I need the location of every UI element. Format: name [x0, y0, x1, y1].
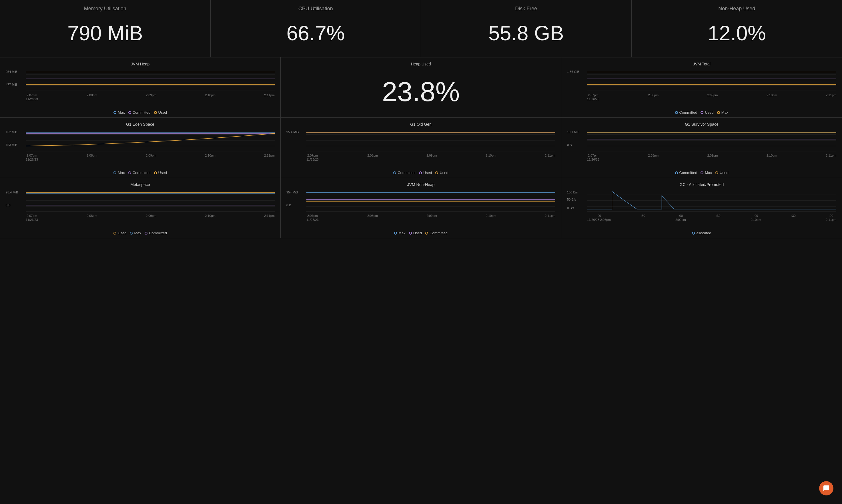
legend-dot-Max — [113, 111, 116, 114]
chart-area-metaspace: 95.4 MiB0 B2:07pm 11/26/232:08pm2:09pm2:… — [6, 189, 275, 228]
chart-title-g1-eden: G1 Eden Space — [6, 122, 275, 127]
chart-row-0: JVM Heap954 MiB477 MiB2:07pm 11/26/232:0… — [0, 57, 842, 118]
time-label-jvm-total-0: 2:07pm 11/26/23 — [587, 93, 599, 102]
legend-item-Max: Max — [113, 170, 125, 175]
time-label-metaspace-0: 2:07pm 11/26/23 — [26, 214, 38, 222]
y-label-jvm-heap-1: 477 MiB — [6, 83, 17, 86]
stat-panel-memory-util: Memory Utilisation 790 MiB — [0, 0, 211, 57]
panel-title-memory-util: Memory Utilisation — [8, 6, 202, 12]
chart-title-jvm-non-heap: JVM Non-Heap — [286, 182, 555, 187]
legend-item-Committed: Committed — [128, 110, 150, 114]
legend-item-Max: Max — [394, 231, 406, 235]
stat-panel-cpu-util: CPU Utilisation 66.7% — [211, 0, 421, 57]
legend-dot-Committed — [145, 232, 147, 235]
legend-label-Committed: Committed — [679, 110, 697, 114]
time-label-gc-allocated-3: :30 — [716, 214, 720, 222]
legend-dot-Committed — [128, 172, 131, 174]
svg-wrap-jvm-non-heap — [306, 189, 555, 212]
chat-bubble-button[interactable] — [819, 481, 834, 496]
time-label-jvm-heap-0: 2:07pm 11/26/23 — [26, 93, 38, 102]
time-label-g1-eden-4: 2:11pm — [264, 154, 275, 162]
legend-dot-Committed — [393, 172, 396, 174]
legend-label-Committed: Committed — [679, 170, 697, 175]
time-label-jvm-total-1: 2:08pm — [648, 93, 659, 102]
legend-label-Used: Used — [413, 231, 422, 235]
legend-item-Max: Max — [113, 110, 125, 114]
legend-dot-Used — [113, 232, 116, 235]
y-label-g1-eden-1: 153 MiB — [6, 143, 17, 147]
legend-dot-Max — [394, 232, 397, 235]
time-label-g1-eden-3: 2:10pm — [205, 154, 215, 162]
time-label-jvm-heap-4: 2:11pm — [264, 93, 275, 102]
time-label-jvm-heap-1: 2:08pm — [87, 93, 97, 102]
time-label-jvm-total-3: 2:10pm — [767, 93, 777, 102]
chart-area-jvm-total: 1.86 GiB2:07pm 11/26/232:08pm2:09pm2:10p… — [567, 69, 836, 108]
legend-label-Max: Max — [118, 170, 125, 175]
chart-area-jvm-non-heap: 954 MiB0 B2:07pm 11/26/232:08pm2:09pm2:1… — [286, 189, 555, 228]
y-label-metaspace-1: 0 B — [6, 203, 11, 207]
time-label-jvm-non-heap-2: 2:09pm — [426, 214, 437, 222]
chart-title-gc-allocated: GC - Allocated/Promoted — [567, 182, 836, 187]
legend-dot-Max — [130, 232, 132, 235]
legend-label-Committed: Committed — [149, 231, 167, 235]
chart-panel-gc-allocated: GC - Allocated/Promoted100 B/s50 B/s0 B/… — [561, 178, 842, 238]
time-label-g1-old-gen-3: 2:10pm — [486, 154, 496, 162]
legend-item-Committed: Committed — [675, 170, 697, 175]
svg-wrap-jvm-heap — [26, 69, 275, 91]
legend-item-Used: Used — [419, 170, 432, 175]
chart-row-2: Metaspace95.4 MiB0 B2:07pm 11/26/232:08p… — [0, 178, 842, 238]
legend-label-Used: Used — [158, 110, 167, 114]
chart-title-metaspace: Metaspace — [6, 182, 275, 187]
stat-value-non-heap-used: 12.0% — [640, 21, 834, 45]
legend-dot-Committed — [425, 232, 428, 235]
legend-g1-survivor: CommittedMaxUsed — [567, 169, 836, 175]
chart-area-gc-allocated: 100 B/s50 B/s0 B/s:00 11/26/23 2:08pm:30… — [567, 189, 836, 228]
time-label-jvm-total-4: 2:11pm — [826, 93, 836, 102]
legend-label-allocated: allocated — [696, 231, 711, 235]
legend-item-Used: Used — [715, 170, 728, 175]
chart-panel-g1-survivor: G1 Survivor Space19.1 MiB0 B2:07pm 11/26… — [561, 118, 842, 178]
legend-item-Used: Used — [113, 231, 126, 235]
legend-dot-Used — [419, 172, 422, 174]
legend-item-Used: Used — [700, 110, 713, 114]
time-label-metaspace-2: 2:09pm — [146, 214, 156, 222]
time-label-metaspace-4: 2:11pm — [264, 214, 275, 222]
legend-dot-Max — [717, 111, 720, 114]
y-label-gc-allocated-0: 100 B/s — [567, 191, 578, 194]
legend-item-Used: Used — [154, 110, 167, 114]
legend-dot-Used — [700, 111, 703, 114]
chart-panel-g1-eden: G1 Eden Space162 MiB153 MiB2:07pm 11/26/… — [0, 118, 281, 178]
svg-wrap-g1-eden — [26, 129, 275, 152]
time-label-jvm-non-heap-0: 2:07pm 11/26/23 — [306, 214, 319, 222]
stat-value-memory-util: 790 MiB — [8, 21, 202, 45]
panel-title-non-heap-used: Non-Heap Used — [640, 6, 834, 12]
chart-title-heap-used: Heap Used — [286, 62, 555, 66]
y-label-jvm-non-heap-0: 954 MiB — [286, 191, 298, 194]
chart-title-jvm-total: JVM Total — [567, 62, 836, 66]
legend-g1-eden: MaxCommittedUsed — [6, 169, 275, 175]
y-label-g1-eden-0: 162 MiB — [6, 130, 17, 134]
stat-value-disk-free: 55.8 GB — [430, 21, 623, 45]
time-label-g1-survivor-0: 2:07pm 11/26/23 — [587, 154, 599, 162]
time-label-g1-old-gen-1: 2:08pm — [367, 154, 378, 162]
legend-item-Committed: Committed — [128, 170, 150, 175]
legend-dot-Used — [715, 172, 718, 174]
legend-item-Used: Used — [154, 170, 167, 175]
legend-item-Committed: Committed — [393, 170, 416, 175]
time-label-jvm-heap-2: 2:09pm — [146, 93, 156, 102]
legend-label-Max: Max — [134, 231, 141, 235]
legend-dot-Max — [113, 172, 116, 174]
chart-panel-metaspace: Metaspace95.4 MiB0 B2:07pm 11/26/232:08p… — [0, 178, 281, 238]
legend-label-Max: Max — [398, 231, 406, 235]
legend-label-Committed: Committed — [132, 110, 150, 114]
y-label-gc-allocated-2: 0 B/s — [567, 206, 574, 210]
chart-title-g1-old-gen: G1 Old Gen — [286, 122, 555, 127]
legend-dot-Committed — [675, 111, 678, 114]
legend-g1-old-gen: CommittedUsedUsed — [286, 169, 555, 175]
chart-panel-jvm-total: JVM Total1.86 GiB2:07pm 11/26/232:08pm2:… — [561, 57, 842, 118]
legend-label-Max: Max — [118, 110, 125, 114]
chart-panel-g1-old-gen: G1 Old Gen95.4 MiB2:07pm 11/26/232:08pm2… — [281, 118, 561, 178]
legend-item-allocated: allocated — [692, 231, 711, 235]
time-label-gc-allocated-4: :00 2:10pm — [751, 214, 761, 222]
legend-item-Used: Used — [435, 170, 448, 175]
